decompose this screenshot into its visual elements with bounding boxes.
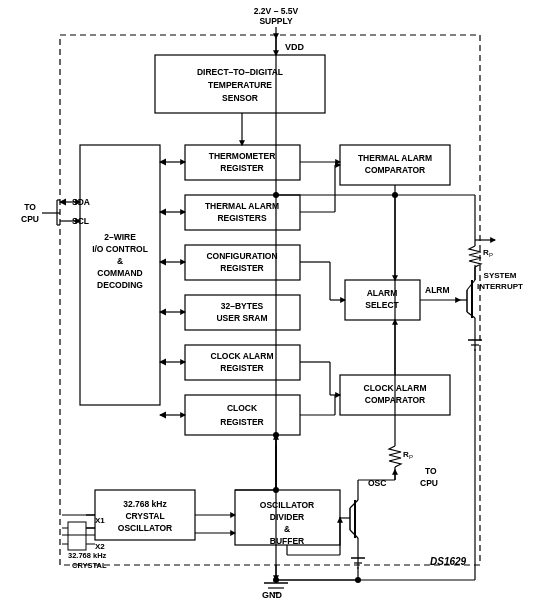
temp-sensor-text3: SENSOR [222, 93, 258, 103]
crystal-label2: CRYSTAL [72, 561, 107, 570]
block-diagram: 2.2V – 5.5V SUPPLY VDD DIRECT–TO–DIGITAL… [0, 0, 553, 615]
thermal-comp-text2: COMPARATOR [365, 165, 425, 175]
to-cpu-right-text2: CPU [420, 478, 438, 488]
io-text2: I/O CONTROL [92, 244, 148, 254]
x1-label: X1 [95, 516, 105, 525]
osc-div-text2: DIVIDER [270, 512, 304, 522]
config-reg-text2: REGISTER [220, 263, 263, 273]
osc-div-text1: OSCILLATOR [260, 500, 314, 510]
crystal-osc-text3: OSCILLATOR [118, 523, 172, 533]
to-cpu-left-text1: TO [24, 202, 36, 212]
sys-int-text2: INTERRUPT [477, 282, 523, 291]
clock-reg-text2: REGISTER [220, 417, 263, 427]
junction-dot-2 [392, 192, 398, 198]
crystal-osc-text1: 32.768 kHz [123, 499, 167, 509]
x2-label: X2 [95, 542, 105, 551]
clock-reg-text1: CLOCK [227, 403, 258, 413]
supply-label2: SUPPLY [259, 16, 293, 26]
osc-div-text3: & [284, 524, 290, 534]
rp-top-sub: P [489, 252, 493, 258]
osc-div-text4: BUFFER [270, 536, 304, 546]
temp-sensor-text2: TEMPERATURE [208, 80, 272, 90]
clock-alarm-reg-text1: CLOCK ALARM [211, 351, 274, 361]
rp-bottom-sub: P [409, 454, 413, 460]
io-text1: 2–WIRE [104, 232, 136, 242]
sram-text2: USER SRAM [216, 313, 267, 323]
junction-dot-clk [273, 432, 279, 438]
to-cpu-left-text2: CPU [21, 214, 39, 224]
to-cpu-right-text1: TO [425, 466, 437, 476]
alrm-label: ALRM [425, 285, 450, 295]
thermal-alarm-reg-text2: REGISTERS [217, 213, 266, 223]
io-text5: DECODING [97, 280, 143, 290]
junction-dot-1 [273, 192, 279, 198]
sram-text1: 32–BYTES [221, 301, 264, 311]
clock-alarm-reg-text2: REGISTER [220, 363, 263, 373]
config-reg-text1: CONFIGURATION [206, 251, 277, 261]
sys-int-text1: SYSTEM [484, 271, 517, 280]
part-number: DS1629 [430, 556, 467, 567]
thermal-comp-text1: THERMAL ALARM [358, 153, 432, 163]
io-text4: COMMAND [97, 268, 142, 278]
alarm-select-text1: ALARM [367, 288, 398, 298]
thermal-alarm-reg-text1: THERMAL ALARM [205, 201, 279, 211]
supply-label: 2.2V – 5.5V [254, 6, 299, 16]
vdd-label: VDD [285, 42, 305, 52]
crystal-label1: 32.768 kHz [68, 551, 107, 560]
therm-reg-text1: THERMOMETER [209, 151, 276, 161]
io-text3: & [117, 256, 123, 266]
junction-dot-gnd2 [355, 577, 361, 583]
therm-reg-text2: REGISTER [220, 163, 263, 173]
temp-sensor-text1: DIRECT–TO–DIGITAL [197, 67, 283, 77]
gnd-label: GND [262, 590, 283, 600]
crystal-osc-text2: CRYSTAL [125, 511, 164, 521]
